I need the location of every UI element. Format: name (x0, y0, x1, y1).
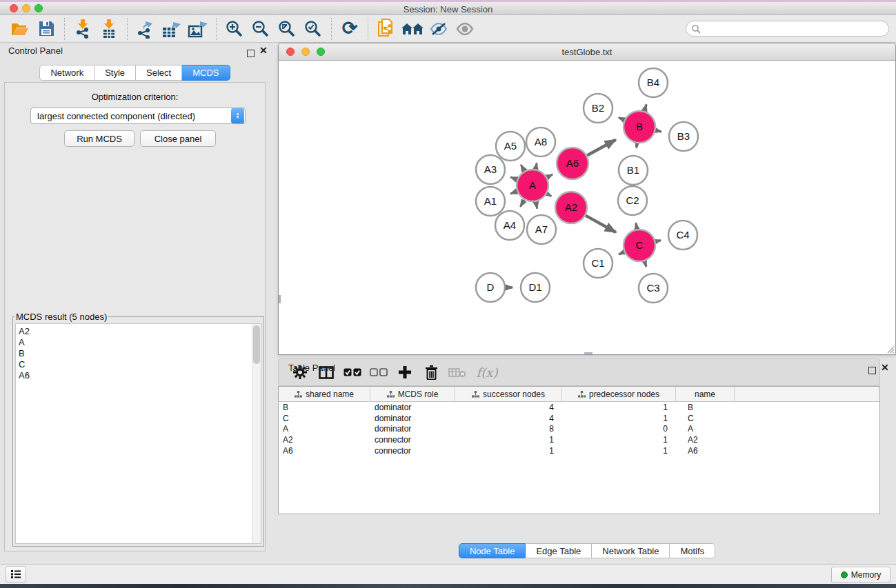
clone-network-button[interactable] (373, 17, 399, 41)
export-table-button[interactable] (159, 17, 185, 41)
memory-button[interactable]: Memory (831, 567, 890, 583)
task-history-button[interactable] (6, 566, 26, 582)
edge-C-C4[interactable] (655, 241, 661, 242)
mcds-result-item[interactable]: A2 (19, 326, 250, 337)
node-A3[interactable]: A3 (476, 155, 505, 184)
tab-select[interactable]: Select (136, 65, 182, 81)
result-scrollbar-thumb[interactable] (253, 325, 260, 364)
network-window-titlebar[interactable]: testGlobe.txt (279, 43, 895, 61)
edge-A6-B[interactable] (587, 140, 616, 156)
network-canvas[interactable]: B4B2BB3A8A5A6A3B1AA1C2A2A4A7C4CC1C3DD1 (279, 61, 895, 354)
zoom-in-button[interactable] (221, 17, 248, 41)
show-all-button[interactable] (452, 17, 478, 41)
node-B[interactable]: B (624, 111, 655, 143)
optimization-criterion-label: Optimization criterion: (5, 92, 265, 102)
criterion-select[interactable]: largest connected component (directed) ▲… (30, 108, 246, 124)
node-B2[interactable]: B2 (584, 94, 613, 123)
float-panel-icon[interactable] (247, 48, 255, 60)
tab-node-table[interactable]: Node Table (459, 543, 526, 558)
edge-C-C3[interactable] (644, 261, 646, 267)
node-D1[interactable]: D1 (521, 273, 550, 302)
tab-style[interactable]: Style (94, 65, 136, 81)
hide-selected-button[interactable] (426, 17, 452, 41)
add-column-button[interactable] (392, 360, 418, 385)
table-row[interactable]: A6connector11A6 (279, 445, 879, 456)
node-A2[interactable]: A2 (555, 192, 587, 223)
table-row[interactable]: A2connector11A2 (279, 434, 879, 445)
node-A4[interactable]: A4 (495, 211, 524, 240)
open-session-button[interactable] (7, 17, 33, 41)
node-B1[interactable]: B1 (619, 156, 648, 185)
close-table-panel-icon[interactable]: ✕ (881, 362, 889, 373)
node-A[interactable]: A (517, 170, 548, 201)
node-C1[interactable]: C1 (584, 249, 613, 278)
edge-A-A8[interactable] (535, 163, 537, 169)
edge-A-A2[interactable] (547, 194, 552, 196)
edge-A2-C[interactable] (586, 216, 616, 232)
node-D[interactable]: D (476, 273, 505, 302)
node-B3[interactable]: B3 (669, 122, 698, 151)
edge-C-C1[interactable] (619, 252, 624, 254)
tab-edge-table[interactable]: Edge Table (526, 543, 592, 558)
column-header-MCDS-role[interactable]: MCDS role (370, 387, 455, 401)
column-header-shared-name[interactable]: shared name (279, 387, 370, 401)
edge-B-B3[interactable] (655, 130, 661, 132)
float-table-panel-icon[interactable] (868, 365, 876, 377)
table-row[interactable]: Cdominator41C (279, 413, 879, 424)
mcds-result-item[interactable]: B (19, 348, 250, 359)
node-C4[interactable]: C4 (668, 221, 697, 250)
node-A8[interactable]: A8 (526, 128, 555, 156)
save-session-button[interactable] (33, 17, 59, 41)
edge-A-A5[interactable] (521, 165, 524, 171)
hide-all-columns-button[interactable] (366, 360, 392, 385)
edge-A-A7[interactable] (536, 202, 537, 209)
node-A1[interactable]: A1 (476, 187, 505, 216)
table-row[interactable]: Bdominator41B (279, 402, 879, 413)
mcds-result-item[interactable]: A6 (19, 370, 250, 381)
edge-A-A4[interactable] (520, 200, 524, 207)
search-input[interactable] (701, 23, 888, 35)
node-B4[interactable]: B4 (639, 68, 668, 97)
run-mcds-button[interactable]: Run MCDS (64, 130, 135, 147)
edge-B-B1[interactable] (637, 143, 637, 148)
delete-column-button[interactable] (418, 360, 444, 385)
zoom-out-button[interactable] (248, 17, 274, 41)
edge-B-B2[interactable] (619, 118, 624, 121)
edge-A-A1[interactable] (510, 191, 517, 194)
edge-A-A3[interactable] (510, 177, 517, 180)
node-C3[interactable]: C3 (639, 274, 668, 303)
column-header-successor-nodes[interactable]: successor nodes (455, 387, 562, 401)
tab-mcds[interactable]: MCDS (182, 65, 230, 81)
node-C2[interactable]: C2 (618, 186, 647, 215)
node-A6[interactable]: A6 (557, 148, 588, 179)
import-table-button[interactable] (96, 17, 122, 41)
node-A7[interactable]: A7 (527, 215, 556, 244)
node-C[interactable]: C (624, 230, 655, 261)
edge-A-A6[interactable] (547, 174, 552, 177)
column-header-name[interactable]: name (676, 387, 735, 401)
mcds-result-item[interactable]: A (19, 337, 250, 348)
node-A5[interactable]: A5 (496, 132, 525, 161)
zoom-fit-button[interactable] (274, 17, 300, 41)
home-button[interactable] (399, 17, 426, 41)
result-scrollbar[interactable] (252, 324, 261, 543)
tab-motifs[interactable]: Motifs (670, 543, 715, 558)
close-panel-icon[interactable]: ✕ (259, 45, 268, 56)
tab-network[interactable]: Network (39, 65, 94, 81)
tab-network-table[interactable]: Network Table (592, 543, 670, 558)
show-all-columns-button[interactable] (339, 360, 366, 385)
export-network-button[interactable] (132, 17, 159, 41)
import-network-button[interactable] (70, 17, 96, 41)
node-table[interactable]: shared nameMCDS rolesuccessor nodesprede… (278, 386, 880, 514)
mcds-result-item[interactable]: C (19, 359, 250, 370)
edge-B-B4[interactable] (644, 104, 646, 111)
column-header-predecessor-nodes[interactable]: predecessor nodes (562, 387, 676, 401)
apply-layout-button[interactable]: ⟳ (337, 17, 363, 41)
zoom-selected-button[interactable] (300, 17, 326, 41)
export-image-button[interactable] (185, 17, 211, 41)
resize-grip-icon[interactable] (885, 344, 895, 354)
table-row[interactable]: Adominator80A (279, 423, 879, 434)
close-panel-button[interactable]: Close panel (140, 130, 216, 147)
search-input-wrap[interactable] (686, 21, 889, 37)
edge-C-C2[interactable] (636, 223, 637, 230)
